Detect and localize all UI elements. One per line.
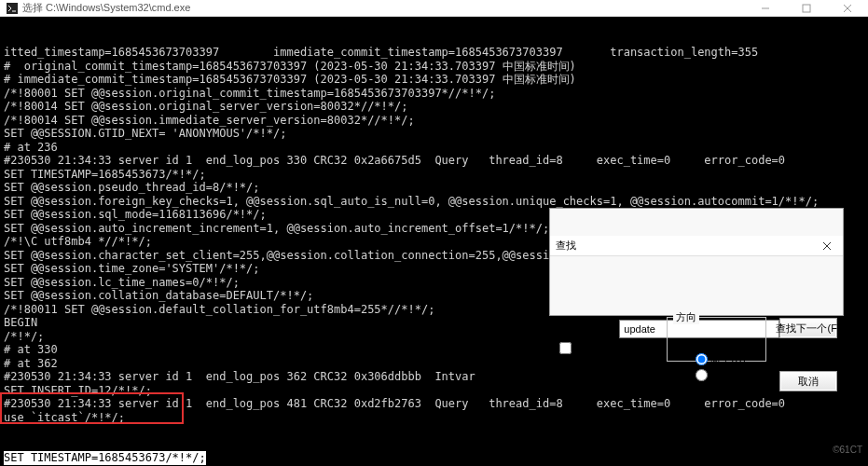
radio-down[interactable]: 向下(D) bbox=[696, 368, 745, 382]
watermark: ©61CT bbox=[833, 444, 862, 458]
terminal-line: /*!80014 SET @@session.immediate_server_… bbox=[4, 114, 868, 128]
terminal-line: # original_commit_timestamp=168545367370… bbox=[4, 60, 868, 74]
window-title: 选择 C:\Windows\System32\cmd.exe bbox=[22, 1, 745, 15]
terminal-line: /*!80014 SET @@session.original_server_v… bbox=[4, 100, 868, 114]
close-button[interactable] bbox=[827, 0, 868, 17]
radio-up-input[interactable] bbox=[696, 353, 708, 365]
find-dialog: 查找 查找内容(N): 查找下一个(F) 取消 方向 向上(U) 向下(D) 区… bbox=[549, 208, 844, 316]
terminal-line: SET @@SESSION.GTID_NEXT= 'ANONYMOUS'/*!*… bbox=[4, 127, 868, 141]
window-controls bbox=[745, 0, 868, 17]
svg-rect-0 bbox=[7, 3, 18, 14]
find-dialog-titlebar[interactable]: 查找 bbox=[550, 236, 843, 256]
radio-down-input[interactable] bbox=[696, 369, 708, 381]
close-icon[interactable] bbox=[817, 238, 837, 254]
terminal-line: #230530 21:34:33 server id 1 end_log_pos… bbox=[4, 154, 868, 168]
direction-group-title: 方向 bbox=[673, 310, 699, 324]
maximize-button[interactable] bbox=[786, 0, 827, 17]
direction-group: 方向 向上(U) 向下(D) bbox=[667, 317, 766, 362]
case-sensitive-checkbox[interactable] bbox=[559, 342, 572, 354]
find-dialog-title: 查找 bbox=[556, 239, 817, 253]
terminal-line: itted_timestamp=1685453673703397 immedia… bbox=[4, 46, 868, 60]
case-sensitive-label: 区分大小写(C) bbox=[575, 341, 641, 355]
find-next-button[interactable]: 查找下一个(F) bbox=[779, 318, 837, 338]
radio-up[interactable]: 向上(U) bbox=[696, 352, 745, 366]
terminal-line: # at 236 bbox=[4, 141, 868, 155]
window-titlebar: 选择 C:\Windows\System32\cmd.exe bbox=[0, 0, 868, 17]
terminal-line: /*!80001 SET @@session.original_commit_t… bbox=[4, 87, 868, 101]
cancel-button[interactable]: 取消 bbox=[779, 371, 837, 391]
terminal-line: SET TIMESTAMP=1685453673/*!*/; bbox=[4, 168, 868, 182]
minimize-button[interactable] bbox=[745, 0, 786, 17]
app-icon bbox=[6, 2, 19, 15]
terminal-line: SET @@session.pseudo_thread_id=8/*!*/; bbox=[4, 181, 868, 195]
highlighted-line: SET TIMESTAMP=1685453673/*!*/; bbox=[4, 451, 206, 465]
terminal-output[interactable]: itted_timestamp=1685453673703397 immedia… bbox=[0, 17, 868, 466]
terminal-line: SET @@session.foreign_key_checks=1, @@se… bbox=[4, 195, 868, 209]
svg-rect-3 bbox=[803, 5, 810, 12]
find-content-label: 查找内容(N): bbox=[558, 322, 615, 336]
terminal-line: # immediate_commit_timestamp=16854536737… bbox=[4, 73, 868, 87]
